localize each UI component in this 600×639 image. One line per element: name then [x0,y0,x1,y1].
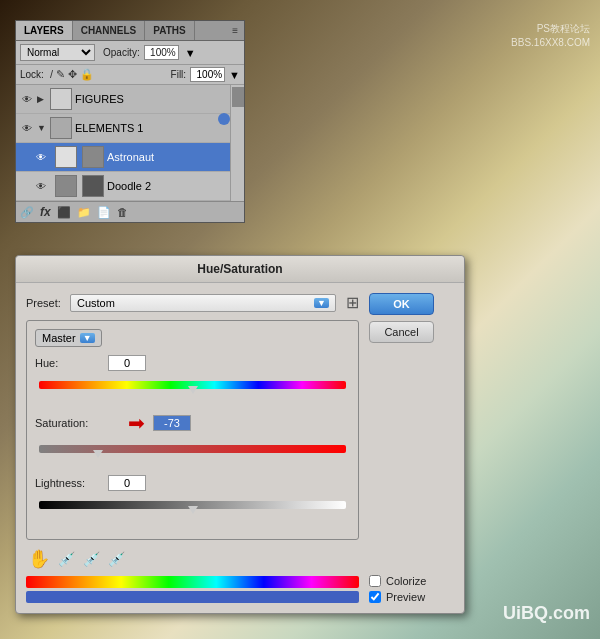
lock-icons: / ✎ ✥ 🔒 [50,68,94,81]
scrollbar-thumb[interactable] [232,87,244,107]
preset-dropdown-arrow[interactable]: ▼ [314,298,329,308]
eye-icon[interactable]: 👁 [20,92,34,106]
adjusted-gradient-bar [26,591,359,603]
layer-name: FIGURES [75,93,240,105]
layers-scrollbar[interactable] [230,85,244,201]
layer-mask-thumbnail [82,146,104,168]
hue-saturation-dialog: Hue/Saturation Preset: Custom ▼ ⊞ Master… [15,255,465,614]
fx-icon[interactable]: fx [40,205,51,219]
dialog-right-panel: OK Cancel Colorize Preview [369,293,454,603]
tab-paths[interactable]: PATHS [145,21,194,40]
saturation-input[interactable] [153,415,191,431]
saturation-row: Saturation: ➡ [35,411,350,435]
opacity-label: Opacity: [103,47,140,58]
opacity-value[interactable]: 100% [144,45,179,60]
hue-row: Hue: [35,355,350,371]
ok-button[interactable]: OK [369,293,434,315]
lock-label: Lock: [20,69,44,80]
hue-slider-thumb[interactable] [188,386,198,394]
preview-checkbox[interactable] [369,591,381,603]
fill-arrow[interactable]: ▼ [229,69,240,81]
dialog-left-panel: Preset: Custom ▼ ⊞ Master ▼ Hue: [26,293,359,603]
lock-paint-icon[interactable]: ✎ [56,68,65,81]
watermark-top: PS教程论坛 BBS.16XX8.COM [511,22,590,50]
group-icon[interactable]: 📁 [77,206,91,219]
fill-label: Fill: [171,69,187,80]
lock-move-icon[interactable]: ✥ [68,68,77,81]
dialog-body: Preset: Custom ▼ ⊞ Master ▼ Hue: [16,283,464,613]
saturation-label: Saturation: [35,417,100,429]
hue-gradient-bar [26,576,359,588]
eyedropper-subtract-icon[interactable]: 💉 [108,551,125,567]
layer-item[interactable]: 👁 ▼ ELEMENTS 1 [16,114,244,143]
tool-icons-row: ✋ 💉 💉 💉 [26,548,359,570]
layer-item[interactable]: 👁 ▶ FIGURES [16,85,244,114]
layer-name: ELEMENTS 1 [75,122,240,134]
hue-slider-container [35,375,350,405]
channel-arrow-icon[interactable]: ▼ [80,333,95,343]
opacity-arrow[interactable]: ▼ [185,47,196,59]
colorize-checkbox[interactable] [369,575,381,587]
preset-dropdown[interactable]: Custom ▼ [70,294,336,312]
eyedropper-add-icon[interactable]: 💉 [83,551,100,567]
watermark-bottom: UiBQ.com [503,603,590,624]
layers-footer: 🔗 fx ⬛ 📁 📄 🗑 [16,201,244,222]
cancel-button[interactable]: Cancel [369,321,434,343]
hand-tool-icon[interactable]: ✋ [28,548,50,570]
channel-label: Master [42,332,76,344]
preview-label: Preview [386,591,425,603]
layer-mask-thumbnail [82,175,104,197]
tab-channels[interactable]: CHANNELS [73,21,146,40]
link-icon[interactable]: 🔗 [20,206,34,219]
layer-thumbnail [55,146,77,168]
lock-all-icon[interactable]: 🔒 [80,68,94,81]
lightness-slider-container [35,495,350,525]
eye-icon[interactable]: 👁 [34,150,48,164]
panel-menu-icon[interactable]: ≡ [226,21,244,40]
adjustment-icon[interactable]: ⬛ [57,206,71,219]
layers-panel: LAYERS CHANNELS PATHS ≡ Normal Opacity: … [15,20,245,223]
channel-dropdown[interactable]: Master ▼ [35,329,102,347]
layer-thumbnail [55,175,77,197]
saturation-track [39,445,346,453]
fill-value[interactable]: 100% [190,67,225,82]
lightness-label: Lightness: [35,477,100,489]
eyedropper-icon[interactable]: 💉 [58,551,75,567]
preview-row: Preview [369,591,454,603]
layer-name: Doodle 2 [107,180,240,192]
collapse-arrow-icon[interactable]: ▶ [37,94,47,104]
layer-item[interactable]: 👁 Astronaut [16,143,244,172]
checkbox-area: Colorize Preview [369,495,454,603]
layer-thumbnail [50,88,72,110]
blend-mode-select[interactable]: Normal [20,44,95,61]
layer-color-badge [218,113,230,125]
lightness-row: Lightness: [35,475,350,491]
lock-transparent-icon[interactable]: / [50,68,53,81]
saturation-slider-container [35,439,350,469]
dialog-title: Hue/Saturation [16,256,464,283]
delete-layer-icon[interactable]: 🗑 [117,206,128,218]
blend-opacity-row: Normal Opacity: 100% ▼ [16,41,244,65]
preset-label: Preset: [26,297,64,309]
collapse-arrow-icon[interactable]: ▼ [37,123,47,133]
layer-item[interactable]: 👁 Doodle 2 [16,172,244,201]
layer-name: Astronaut [107,151,240,163]
eye-icon[interactable]: 👁 [34,179,48,193]
layer-thumbnail [50,117,72,139]
saturation-arrow-icon: ➡ [128,411,145,435]
colorize-label: Colorize [386,575,426,587]
hue-input[interactable] [108,355,146,371]
lock-fill-row: Lock: / ✎ ✥ 🔒 Fill: 100% ▼ [16,65,244,85]
lightness-input[interactable] [108,475,146,491]
lightness-slider-thumb[interactable] [188,506,198,514]
preset-row: Preset: Custom ▼ ⊞ [26,293,359,312]
colorize-row: Colorize [369,575,454,587]
preset-menu-button[interactable]: ⊞ [346,293,359,312]
new-layer-icon[interactable]: 📄 [97,206,111,219]
hue-label: Hue: [35,357,100,369]
channel-select-row: Master ▼ [35,329,350,347]
channel-settings-panel: Master ▼ Hue: Saturation: ➡ [26,320,359,540]
tab-layers[interactable]: LAYERS [16,21,73,40]
saturation-slider-thumb[interactable] [93,450,103,458]
eye-icon[interactable]: 👁 [20,121,34,135]
